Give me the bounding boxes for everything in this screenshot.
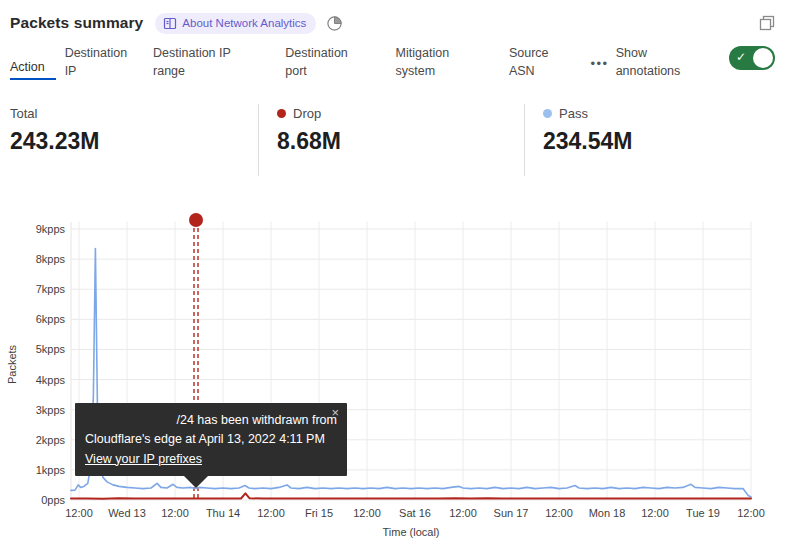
stat-total-value: 243.23M: [10, 128, 258, 155]
view-ip-prefixes-link[interactable]: View your IP prefixes: [85, 452, 202, 466]
dimension-tabs: Action Destination IP Destination IP ran…: [0, 36, 785, 88]
tooltip-text-line1: /24 has been withdrawn from: [85, 411, 337, 430]
stat-total: Total 243.23M: [0, 104, 258, 176]
svg-text:4kpps: 4kpps: [36, 374, 66, 386]
svg-text:12:00: 12:00: [545, 507, 573, 519]
tab-destination-ip-range[interactable]: Destination IP range: [153, 44, 244, 80]
drop-legend-dot: [277, 109, 286, 118]
pass-legend-dot: [543, 109, 552, 118]
svg-text:Sun 17: Sun 17: [494, 507, 529, 519]
stat-drop-value: 8.68M: [277, 128, 524, 155]
close-icon[interactable]: ×: [331, 406, 339, 419]
svg-text:Sat 16: Sat 16: [399, 507, 431, 519]
svg-text:6kpps: 6kpps: [36, 313, 66, 325]
svg-text:12:00: 12:00: [737, 507, 765, 519]
svg-text:Wed 13: Wed 13: [108, 507, 146, 519]
svg-text:Fri 15: Fri 15: [305, 507, 333, 519]
stat-pass-label: Pass: [543, 106, 785, 121]
about-network-analytics-badge[interactable]: About Network Analytics: [155, 13, 316, 34]
svg-text:12:00: 12:00: [161, 507, 189, 519]
svg-text:5kpps: 5kpps: [36, 343, 66, 355]
stats-row: Total 243.23M Drop 8.68M Pass 234.54M: [0, 104, 785, 176]
tab-source-asn[interactable]: Source ASN: [509, 44, 561, 80]
packets-summary-panel: Packets summary About Network Analytics …: [0, 0, 785, 555]
svg-text:2kpps: 2kpps: [36, 434, 66, 446]
book-icon: [163, 17, 177, 30]
svg-text:12:00: 12:00: [353, 507, 381, 519]
svg-text:3kpps: 3kpps: [36, 404, 66, 416]
show-annotations-toggle[interactable]: ✓: [729, 46, 775, 70]
tab-destination-ip[interactable]: Destination IP: [65, 44, 136, 80]
svg-text:Tue 19: Tue 19: [686, 507, 720, 519]
annotation-marker-dot[interactable]: [189, 213, 203, 227]
tab-destination-port[interactable]: Destination port: [285, 44, 364, 80]
packets-chart: 12:00Wed 1312:00Thu 1412:00Fri 1512:00Sa…: [0, 205, 785, 555]
svg-text:12:00: 12:00: [449, 507, 477, 519]
stat-pass-value: 234.54M: [543, 128, 785, 155]
stat-pass: Pass 234.54M: [524, 104, 785, 176]
svg-text:Thu 14: Thu 14: [206, 507, 240, 519]
tab-action[interactable]: Action: [10, 58, 56, 80]
svg-text:12:00: 12:00: [65, 507, 93, 519]
svg-text:8kpps: 8kpps: [36, 253, 66, 265]
toggle-knob: [753, 48, 773, 68]
svg-text:1kpps: 1kpps: [36, 464, 66, 476]
stat-drop-label: Drop: [277, 106, 524, 121]
tooltip-text-line2: Cloudflare's edge at April 13, 2022 4:11…: [85, 430, 337, 449]
time-period-icon[interactable]: [326, 15, 343, 32]
more-tabs-button[interactable]: •••: [591, 56, 609, 71]
stat-drop: Drop 8.68M: [258, 104, 524, 176]
svg-text:12:00: 12:00: [641, 507, 669, 519]
chart-area: 12:00Wed 1312:00Thu 1412:00Fri 1512:00Sa…: [0, 205, 785, 555]
open-in-new-window-icon[interactable]: [759, 15, 775, 31]
stat-total-label: Total: [10, 106, 258, 121]
tooltip-arrow: [184, 476, 208, 488]
show-annotations-label: Show annotations: [616, 44, 695, 80]
svg-text:Packets: Packets: [6, 344, 18, 384]
svg-text:Mon 18: Mon 18: [589, 507, 626, 519]
svg-text:7kpps: 7kpps: [36, 283, 66, 295]
svg-text:0pps: 0pps: [41, 494, 65, 506]
svg-text:Time (local): Time (local): [382, 526, 439, 538]
page-title: Packets summary: [10, 14, 143, 32]
badge-label: About Network Analytics: [182, 17, 306, 29]
svg-text:12:00: 12:00: [257, 507, 285, 519]
svg-text:9kpps: 9kpps: [36, 223, 66, 235]
header: Packets summary About Network Analytics: [0, 0, 785, 36]
tab-mitigation-system[interactable]: Mitigation system: [396, 44, 477, 80]
annotation-tooltip: × /24 has been withdrawn from Cloudflare…: [75, 403, 347, 476]
check-icon: ✓: [736, 50, 746, 64]
